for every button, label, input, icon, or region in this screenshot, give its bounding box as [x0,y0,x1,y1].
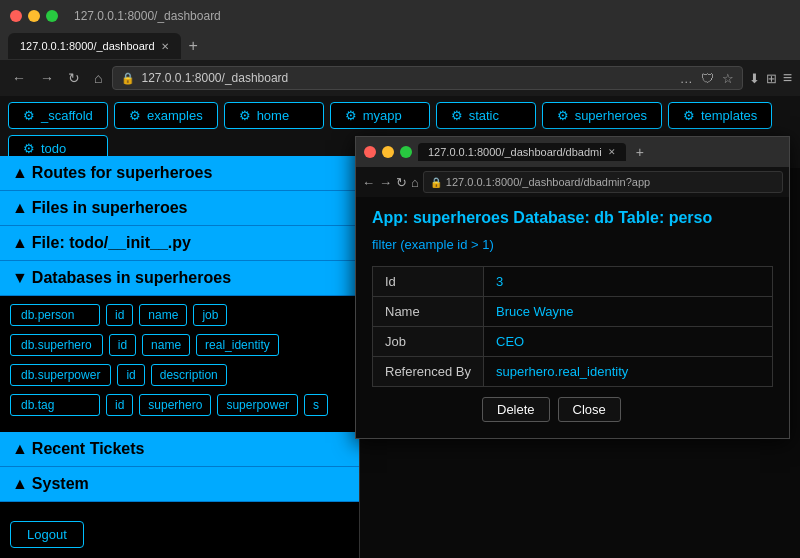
home-button[interactable]: ⌂ [90,68,106,88]
delete-button[interactable]: Delete [482,397,550,422]
id-label: Id [373,267,484,297]
db-person-link[interactable]: db.person [10,304,100,326]
shield-icon[interactable]: 🛡 [701,71,714,86]
sidebar-section-file-todo[interactable]: ▲ File: todo/__init__.py [0,226,359,261]
minimize-window-button[interactable] [28,10,40,22]
traffic-lights [10,10,58,22]
browser-titlebar: 127.0.0.1:8000/_dashboard [0,0,800,32]
address-text: 127.0.0.1:8000/_dashboard [141,71,288,85]
field-badge: superpower [217,394,298,416]
popup-tab[interactable]: 127.0.0.1:8000/_dashboard/dbadmi ✕ [418,143,626,161]
bookmark-icon[interactable]: … [680,71,693,86]
sidebar: ▲ Routes for superheroes ▲ Files in supe… [0,156,360,558]
table-row: db.tag id superhero superpower s [10,394,349,416]
nav-home[interactable]: ⚙ home [224,102,324,129]
sidebar-section-files[interactable]: ▲ Files in superheroes [0,191,359,226]
logout-area: Logout [10,521,84,548]
back-button[interactable]: ← [8,68,30,88]
popup-content: App: superheroes Database: db Table: per… [356,197,789,438]
system-arrow: ▲ [12,475,28,493]
files-arrow: ▲ [12,199,28,217]
db-superhero-link[interactable]: db.superhero [10,334,103,356]
field-badge: s [304,394,328,416]
nav-myapp[interactable]: ⚙ myapp [330,102,430,129]
reload-button[interactable]: ↻ [64,68,84,88]
popup-db-title: App: superheroes Database: db Table: per… [372,209,773,227]
nav-templates[interactable]: ⚙ templates [668,102,772,129]
close-button[interactable]: Close [558,397,621,422]
field-badge: description [151,364,227,386]
gear-icon: ⚙ [239,108,251,123]
nav-scaffold[interactable]: ⚙ _scaffold [8,102,108,129]
table-row: Referenced By superhero.real_identity [373,357,773,387]
gear-icon: ⚙ [345,108,357,123]
popup-home-button[interactable]: ⌂ [411,175,419,190]
routes-arrow: ▲ [12,164,28,182]
file-todo-arrow: ▲ [12,234,28,252]
popup-address-bar[interactable]: 🔒 127.0.0.1:8000/_dashboard/dbadmin?app [423,171,783,193]
popup-minimize-button[interactable] [382,146,394,158]
popup-address-text: 127.0.0.1:8000/_dashboard/dbadmin?app [446,176,650,188]
sidebar-section-routes[interactable]: ▲ Routes for superheroes [0,156,359,191]
address-bar-row: ← → ↻ ⌂ 🔒 127.0.0.1:8000/_dashboard … 🛡 … [0,60,800,96]
popup-reload-button[interactable]: ↻ [396,175,407,190]
popup-traffic-lights [364,146,412,158]
popup-close-button[interactable] [364,146,376,158]
popup-address-row: ← → ↻ ⌂ 🔒 127.0.0.1:8000/_dashboard/dbad… [356,167,789,197]
table-row: db.superpower id description [10,364,349,386]
sidebar-section-databases[interactable]: ▼ Databases in superheroes [0,261,359,296]
menu-icon[interactable]: ≡ [783,69,792,87]
routes-label: Routes for superheroes [32,164,212,182]
close-window-button[interactable] [10,10,22,22]
popup-forward-button[interactable]: → [379,175,392,190]
referenced-by-value: superhero.real_identity [484,357,773,387]
popup-tab-close-icon[interactable]: ✕ [608,147,616,157]
logout-button[interactable]: Logout [10,521,84,548]
popup-fullscreen-button[interactable] [400,146,412,158]
fullscreen-window-button[interactable] [46,10,58,22]
forward-button[interactable]: → [36,68,58,88]
popup-new-tab-button[interactable]: + [636,144,644,160]
db-tables-section: db.person id name job db.superhero id na… [0,296,359,432]
address-bar[interactable]: 🔒 127.0.0.1:8000/_dashboard … 🛡 ☆ [112,66,742,90]
field-badge: id [106,304,133,326]
star-icon[interactable]: ☆ [722,71,734,86]
tab-label: 127.0.0.1:8000/_dashboard [20,40,155,52]
popup-window: 127.0.0.1:8000/_dashboard/dbadmi ✕ + ← →… [355,136,790,439]
extensions-icon[interactable]: ⊞ [766,71,777,86]
db-tag-link[interactable]: db.tag [10,394,100,416]
new-tab-button[interactable]: + [185,37,202,55]
job-value: CEO [484,327,773,357]
field-badge: superhero [139,394,211,416]
referenced-by-label: Referenced By [373,357,484,387]
nav-superheroes[interactable]: ⚙ superheroes [542,102,662,129]
recent-tickets-arrow: ▲ [12,440,28,458]
app-content: ⚙ _scaffold ⚙ examples ⚙ home ⚙ myapp ⚙ … [0,96,800,558]
gear-icon: ⚙ [683,108,695,123]
field-badge: name [139,304,187,326]
sidebar-section-system[interactable]: ▲ System [0,467,359,502]
tab-bar: 127.0.0.1:8000/_dashboard ✕ + [0,32,800,60]
field-badge: id [117,364,144,386]
name-label: Name [373,297,484,327]
nav-static[interactable]: ⚙ static [436,102,536,129]
db-superpower-link[interactable]: db.superpower [10,364,111,386]
popup-filter-link[interactable]: filter (example id > 1) [372,237,773,252]
databases-arrow: ▼ [12,269,28,287]
popup-back-button[interactable]: ← [362,175,375,190]
tab-close-icon[interactable]: ✕ [161,41,169,52]
download-icon[interactable]: ⬇ [749,71,760,86]
gear-icon: ⚙ [23,108,35,123]
nav-examples[interactable]: ⚙ examples [114,102,218,129]
table-row: Id 3 [373,267,773,297]
active-tab[interactable]: 127.0.0.1:8000/_dashboard ✕ [8,33,181,59]
name-value: Bruce Wayne [484,297,773,327]
file-todo-label: File: todo/__init__.py [32,234,191,252]
table-row: db.person id name job [10,304,349,326]
sidebar-section-recent-tickets[interactable]: ▲ Recent Tickets [0,432,359,467]
field-badge: id [109,334,136,356]
table-row: Job CEO [373,327,773,357]
databases-label: Databases in superheroes [32,269,231,287]
record-table: Id 3 Name Bruce Wayne Job CEO Referenced… [372,266,773,387]
gear-icon: ⚙ [23,141,35,156]
